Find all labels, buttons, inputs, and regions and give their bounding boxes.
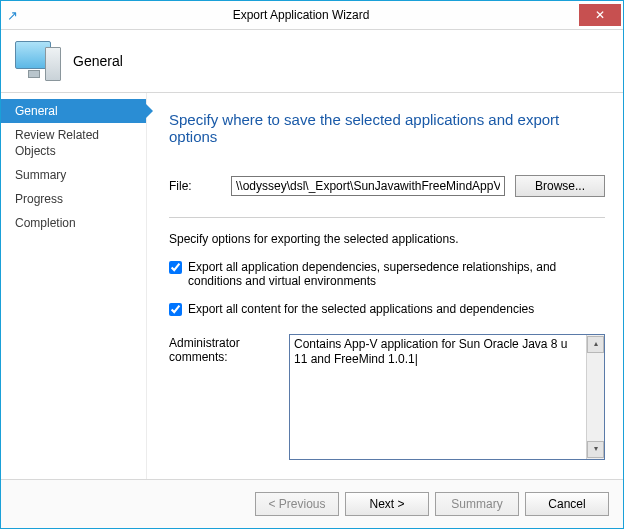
browse-button[interactable]: Browse... bbox=[515, 175, 605, 197]
sidebar-step-review-related-objects[interactable]: Review Related Objects bbox=[1, 123, 146, 163]
admin-comments-label: Administrator comments: bbox=[169, 334, 289, 364]
admin-comments-textarea[interactable]: Contains App-V application for Sun Oracl… bbox=[290, 335, 586, 459]
export-content-checkbox[interactable] bbox=[169, 303, 182, 316]
page-title: General bbox=[73, 53, 123, 69]
wizard-steps-sidebar: General Review Related Objects Summary P… bbox=[1, 93, 147, 479]
titlebar: ↗ Export Application Wizard ✕ bbox=[1, 1, 623, 30]
file-path-input[interactable] bbox=[231, 176, 505, 196]
window-title: Export Application Wizard bbox=[23, 8, 579, 22]
window-system-icon: ↗ bbox=[1, 8, 23, 23]
scroll-up-button[interactable]: ▴ bbox=[587, 336, 604, 353]
export-content-label: Export all content for the selected appl… bbox=[188, 302, 534, 316]
wizard-main-panel: Specify where to save the selected appli… bbox=[147, 93, 623, 479]
summary-button: Summary bbox=[435, 492, 519, 516]
scroll-down-button[interactable]: ▾ bbox=[587, 441, 604, 458]
previous-button: < Previous bbox=[255, 492, 339, 516]
computer-icon bbox=[15, 41, 61, 81]
export-dependencies-row[interactable]: Export all application dependencies, sup… bbox=[169, 260, 605, 288]
main-heading: Specify where to save the selected appli… bbox=[169, 111, 605, 145]
wizard-header: General bbox=[1, 30, 623, 93]
sidebar-step-completion[interactable]: Completion bbox=[1, 211, 146, 235]
export-dependencies-label: Export all application dependencies, sup… bbox=[188, 260, 605, 288]
divider bbox=[169, 217, 605, 218]
next-button[interactable]: Next > bbox=[345, 492, 429, 516]
export-dependencies-checkbox[interactable] bbox=[169, 261, 182, 274]
admin-comments-box: Contains App-V application for Sun Oracl… bbox=[289, 334, 605, 460]
wizard-footer: < Previous Next > Summary Cancel bbox=[1, 479, 623, 528]
export-content-row[interactable]: Export all content for the selected appl… bbox=[169, 302, 605, 316]
file-label: File: bbox=[169, 179, 231, 193]
sidebar-step-general[interactable]: General bbox=[1, 99, 146, 123]
cancel-button[interactable]: Cancel bbox=[525, 492, 609, 516]
sidebar-step-summary[interactable]: Summary bbox=[1, 163, 146, 187]
window-close-button[interactable]: ✕ bbox=[579, 4, 621, 26]
options-caption: Specify options for exporting the select… bbox=[169, 232, 605, 246]
comments-scrollbar[interactable]: ▴ ▾ bbox=[586, 335, 604, 459]
sidebar-step-progress[interactable]: Progress bbox=[1, 187, 146, 211]
